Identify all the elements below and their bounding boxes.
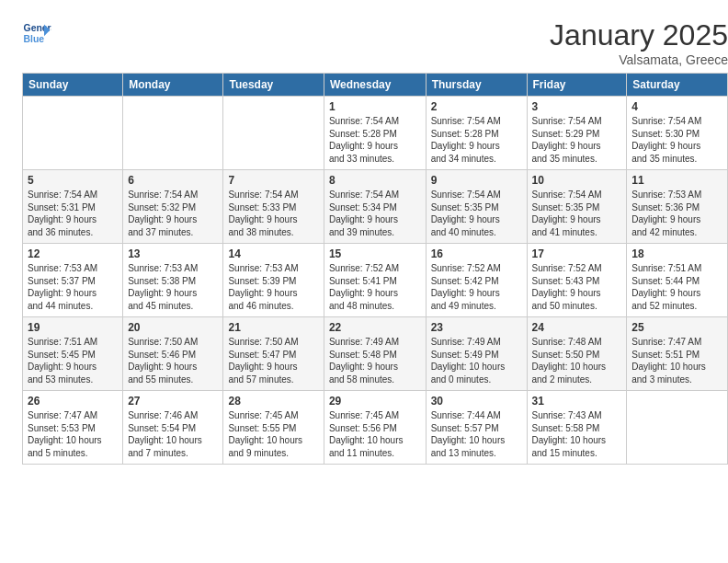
day-info: Sunrise: 7:46 AM Sunset: 5:54 PM Dayligh… [128,409,218,459]
day-cell: 10Sunrise: 7:54 AM Sunset: 5:35 PM Dayli… [527,170,627,244]
weekday-header-row: SundayMondayTuesdayWednesdayThursdayFrid… [23,74,728,97]
day-cell: 9Sunrise: 7:54 AM Sunset: 5:35 PM Daylig… [426,170,527,244]
day-cell: 6Sunrise: 7:54 AM Sunset: 5:32 PM Daylig… [123,170,223,244]
weekday-saturday: Saturday [627,74,728,97]
day-number: 19 [28,321,118,334]
day-cell: 27Sunrise: 7:46 AM Sunset: 5:54 PM Dayli… [123,391,223,465]
generalblue-icon: General Blue [22,18,51,48]
week-row-1: 1Sunrise: 7:54 AM Sunset: 5:28 PM Daylig… [23,97,728,170]
day-number: 2 [431,100,522,113]
weekday-thursday: Thursday [426,74,527,97]
day-number: 18 [631,247,722,260]
day-info: Sunrise: 7:54 AM Sunset: 5:32 PM Dayligh… [128,189,218,238]
day-cell: 29Sunrise: 7:45 AM Sunset: 5:56 PM Dayli… [324,391,426,465]
day-info: Sunrise: 7:54 AM Sunset: 5:29 PM Dayligh… [532,115,622,165]
day-number: 21 [228,321,318,334]
day-info: Sunrise: 7:54 AM Sunset: 5:34 PM Dayligh… [329,189,421,238]
day-cell: 18Sunrise: 7:51 AM Sunset: 5:44 PM Dayli… [627,244,728,317]
day-cell: 24Sunrise: 7:48 AM Sunset: 5:50 PM Dayli… [527,317,627,391]
day-info: Sunrise: 7:54 AM Sunset: 5:35 PM Dayligh… [532,189,622,238]
day-info: Sunrise: 7:52 AM Sunset: 5:41 PM Dayligh… [329,262,421,312]
day-info: Sunrise: 7:50 AM Sunset: 5:47 PM Dayligh… [228,336,318,385]
day-cell [23,97,123,170]
day-number: 25 [631,321,722,334]
day-cell: 20Sunrise: 7:50 AM Sunset: 5:46 PM Dayli… [123,317,223,391]
day-cell: 5Sunrise: 7:54 AM Sunset: 5:31 PM Daylig… [23,170,123,244]
day-info: Sunrise: 7:45 AM Sunset: 5:56 PM Dayligh… [329,409,421,459]
weekday-monday: Monday [123,74,223,97]
day-cell: 8Sunrise: 7:54 AM Sunset: 5:34 PM Daylig… [324,170,426,244]
day-cell: 13Sunrise: 7:53 AM Sunset: 5:38 PM Dayli… [123,244,223,317]
day-info: Sunrise: 7:54 AM Sunset: 5:33 PM Dayligh… [228,189,318,238]
day-cell: 30Sunrise: 7:44 AM Sunset: 5:57 PM Dayli… [426,391,527,465]
day-cell: 14Sunrise: 7:53 AM Sunset: 5:39 PM Dayli… [223,244,324,317]
day-number: 24 [532,321,622,334]
weekday-tuesday: Tuesday [223,74,324,97]
day-info: Sunrise: 7:53 AM Sunset: 5:39 PM Dayligh… [228,262,318,312]
day-cell [223,97,324,170]
day-cell: 26Sunrise: 7:47 AM Sunset: 5:53 PM Dayli… [23,391,123,465]
day-number: 3 [532,100,622,113]
day-info: Sunrise: 7:49 AM Sunset: 5:48 PM Dayligh… [329,336,421,385]
day-info: Sunrise: 7:45 AM Sunset: 5:55 PM Dayligh… [228,409,318,459]
day-info: Sunrise: 7:53 AM Sunset: 5:36 PM Dayligh… [631,189,722,238]
day-number: 11 [631,174,722,187]
day-number: 31 [532,395,622,408]
day-info: Sunrise: 7:54 AM Sunset: 5:31 PM Dayligh… [28,189,118,238]
day-number: 23 [431,321,522,334]
day-number: 13 [128,247,218,260]
day-info: Sunrise: 7:50 AM Sunset: 5:46 PM Dayligh… [128,336,218,385]
day-number: 29 [329,395,421,408]
day-cell: 2Sunrise: 7:54 AM Sunset: 5:28 PM Daylig… [426,97,527,170]
weekday-sunday: Sunday [23,74,123,97]
day-number: 12 [28,247,118,260]
location: Valsamata, Greece [550,52,728,67]
day-number: 27 [128,395,218,408]
day-number: 9 [431,174,522,187]
week-row-3: 12Sunrise: 7:53 AM Sunset: 5:37 PM Dayli… [23,244,728,317]
month-title: January 2025 [550,18,728,52]
day-info: Sunrise: 7:54 AM Sunset: 5:35 PM Dayligh… [431,189,522,238]
day-cell: 15Sunrise: 7:52 AM Sunset: 5:41 PM Dayli… [324,244,426,317]
day-cell: 25Sunrise: 7:47 AM Sunset: 5:51 PM Dayli… [627,317,728,391]
svg-text:Blue: Blue [24,34,45,44]
day-info: Sunrise: 7:54 AM Sunset: 5:28 PM Dayligh… [329,115,421,165]
day-cell: 21Sunrise: 7:50 AM Sunset: 5:47 PM Dayli… [223,317,324,391]
day-cell: 19Sunrise: 7:51 AM Sunset: 5:45 PM Dayli… [23,317,123,391]
day-number: 5 [28,174,118,187]
day-info: Sunrise: 7:48 AM Sunset: 5:50 PM Dayligh… [532,336,622,385]
day-cell: 3Sunrise: 7:54 AM Sunset: 5:29 PM Daylig… [527,97,627,170]
day-info: Sunrise: 7:51 AM Sunset: 5:45 PM Dayligh… [28,336,118,385]
day-cell: 11Sunrise: 7:53 AM Sunset: 5:36 PM Dayli… [627,170,728,244]
day-number: 17 [532,247,622,260]
day-cell: 12Sunrise: 7:53 AM Sunset: 5:37 PM Dayli… [23,244,123,317]
day-cell [123,97,223,170]
logo: General Blue [22,18,51,48]
day-info: Sunrise: 7:53 AM Sunset: 5:38 PM Dayligh… [128,262,218,312]
day-number: 20 [128,321,218,334]
day-number: 15 [329,247,421,260]
day-info: Sunrise: 7:43 AM Sunset: 5:58 PM Dayligh… [532,409,622,459]
day-info: Sunrise: 7:53 AM Sunset: 5:37 PM Dayligh… [28,262,118,312]
day-number: 10 [532,174,622,187]
day-cell: 1Sunrise: 7:54 AM Sunset: 5:28 PM Daylig… [324,97,426,170]
day-number: 28 [228,395,318,408]
day-info: Sunrise: 7:47 AM Sunset: 5:51 PM Dayligh… [631,336,722,385]
day-cell: 4Sunrise: 7:54 AM Sunset: 5:30 PM Daylig… [627,97,728,170]
calendar: SundayMondayTuesdayWednesdayThursdayFrid… [22,73,728,465]
day-number: 30 [431,395,522,408]
header: General Blue January 2025 Valsamata, Gre… [22,18,728,67]
day-number: 1 [329,100,421,113]
day-cell: 23Sunrise: 7:49 AM Sunset: 5:49 PM Dayli… [426,317,527,391]
day-info: Sunrise: 7:47 AM Sunset: 5:53 PM Dayligh… [28,409,118,459]
day-info: Sunrise: 7:52 AM Sunset: 5:42 PM Dayligh… [431,262,522,312]
week-row-4: 19Sunrise: 7:51 AM Sunset: 5:45 PM Dayli… [23,317,728,391]
page: General Blue January 2025 Valsamata, Gre… [11,9,728,563]
day-number: 6 [128,174,218,187]
weekday-wednesday: Wednesday [324,74,426,97]
day-cell: 7Sunrise: 7:54 AM Sunset: 5:33 PM Daylig… [223,170,324,244]
day-info: Sunrise: 7:52 AM Sunset: 5:43 PM Dayligh… [532,262,622,312]
title-block: January 2025 Valsamata, Greece [550,18,728,67]
day-info: Sunrise: 7:51 AM Sunset: 5:44 PM Dayligh… [631,262,722,312]
day-cell: 16Sunrise: 7:52 AM Sunset: 5:42 PM Dayli… [426,244,527,317]
